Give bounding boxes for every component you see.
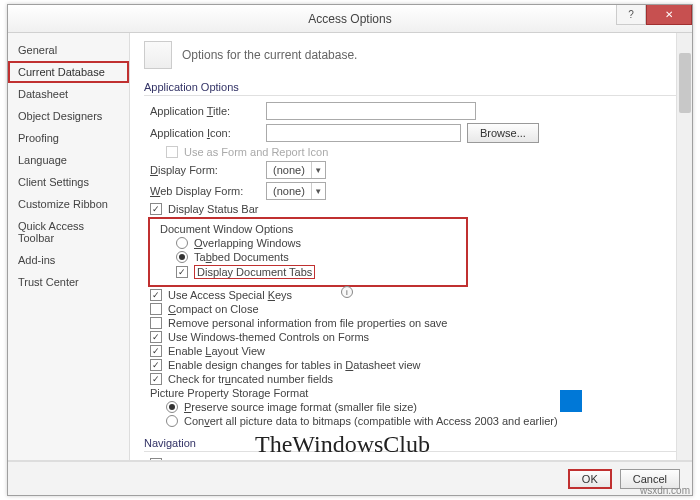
browse-button[interactable]: Browse... [467,123,539,143]
status-bar-checkbox[interactable]: ✓ [150,203,162,215]
convert-bitmaps-label: Convert all picture data to bitmaps (com… [184,415,558,427]
group-application-options: Application Options [144,77,682,96]
preserve-format-radio[interactable] [166,401,178,413]
truncated-checkbox[interactable]: ✓ [150,373,162,385]
sidebar-item-datasheet[interactable]: Datasheet [8,83,129,105]
compact-checkbox[interactable] [150,303,162,315]
sidebar-item-quick-access-toolbar[interactable]: Quick Access Toolbar [8,215,129,249]
source-url: wsxdn.com [640,485,690,496]
preserve-format-label: Preserve source image format (smaller fi… [184,401,417,413]
overlapping-windows-radio[interactable] [176,237,188,249]
special-keys-label: Use Access Special Keys [168,289,292,301]
display-form-combo[interactable]: (none)▼ [266,161,326,179]
group-navigation: Navigation [144,433,682,452]
compact-label: Compact on Close [168,303,259,315]
themed-checkbox[interactable]: ✓ [150,331,162,343]
page-description: Options for the current database. [182,48,357,62]
use-as-icon-label: Use as Form and Report Icon [184,146,328,158]
access-options-dialog: Access Options ? ✕ General Current Datab… [7,4,693,496]
web-display-form-label: Web Display Form: [150,185,260,197]
design-changes-label: Enable design changes for tables in Data… [168,359,421,371]
sidebar-item-customize-ribbon[interactable]: Customize Ribbon [8,193,129,215]
design-changes-checkbox[interactable]: ✓ [150,359,162,371]
ok-button[interactable]: OK [568,469,612,489]
content-panel: Options for the current database. Applic… [130,33,692,460]
display-document-tabs-label: Display Document Tabs [194,265,315,279]
layout-view-checkbox[interactable]: ✓ [150,345,162,357]
web-display-form-combo[interactable]: (none)▼ [266,182,326,200]
database-icon [144,41,172,69]
scrollbar-thumb[interactable] [679,53,691,113]
overlapping-windows-label: Overlapping Windows [194,237,301,249]
remove-pi-checkbox[interactable] [150,317,162,329]
document-window-options-highlight: Document Window Options Overlapping Wind… [148,217,468,287]
chevron-down-icon: ▼ [311,162,325,178]
app-icon-input[interactable] [266,124,461,142]
vertical-scrollbar[interactable] [676,33,692,460]
sidebar-item-proofing[interactable]: Proofing [8,127,129,149]
category-sidebar: General Current Database Datasheet Objec… [8,33,130,460]
help-button[interactable]: ? [616,5,646,25]
special-keys-checkbox[interactable]: ✓ [150,289,162,301]
remove-pi-label: Remove personal information from file pr… [168,317,447,329]
themed-label: Use Windows-themed Controls on Forms [168,331,369,343]
nav-pane-checkbox[interactable]: ✓ [150,458,162,460]
dialog-footer: OK Cancel [8,461,692,495]
window-title: Access Options [8,12,692,26]
display-form-label: Display Form: [150,164,260,176]
titlebar: Access Options ? ✕ [8,5,692,33]
sidebar-item-client-settings[interactable]: Client Settings [8,171,129,193]
sidebar-item-object-designers[interactable]: Object Designers [8,105,129,127]
picture-storage-label: Picture Property Storage Format [150,387,682,399]
use-as-icon-checkbox [166,146,178,158]
chevron-down-icon: ▼ [311,183,325,199]
window-controls: ? ✕ [616,5,692,25]
app-title-label: Application Title: [150,105,260,117]
status-bar-label: Display Status Bar [168,203,258,215]
app-title-input[interactable] [266,102,476,120]
close-button[interactable]: ✕ [646,5,692,25]
truncated-label: Check for truncated number fields [168,373,333,385]
sidebar-item-trust-center[interactable]: Trust Center [8,271,129,293]
tabbed-documents-label: Tabbed Documents [194,251,289,263]
sidebar-item-language[interactable]: Language [8,149,129,171]
display-document-tabs-checkbox[interactable]: ✓ [176,266,188,278]
app-icon-label: Application Icon: [150,127,260,139]
layout-view-label: Enable Layout View [168,345,265,357]
tabbed-documents-radio[interactable] [176,251,188,263]
nav-pane-label: Display Navigation Pane [168,458,288,460]
sidebar-item-general[interactable]: General [8,39,129,61]
help-icon[interactable]: i [341,286,353,298]
sidebar-item-current-database[interactable]: Current Database [8,61,129,83]
convert-bitmaps-radio[interactable] [166,415,178,427]
sidebar-item-addins[interactable]: Add-ins [8,249,129,271]
doc-window-options-label: Document Window Options [160,223,462,235]
